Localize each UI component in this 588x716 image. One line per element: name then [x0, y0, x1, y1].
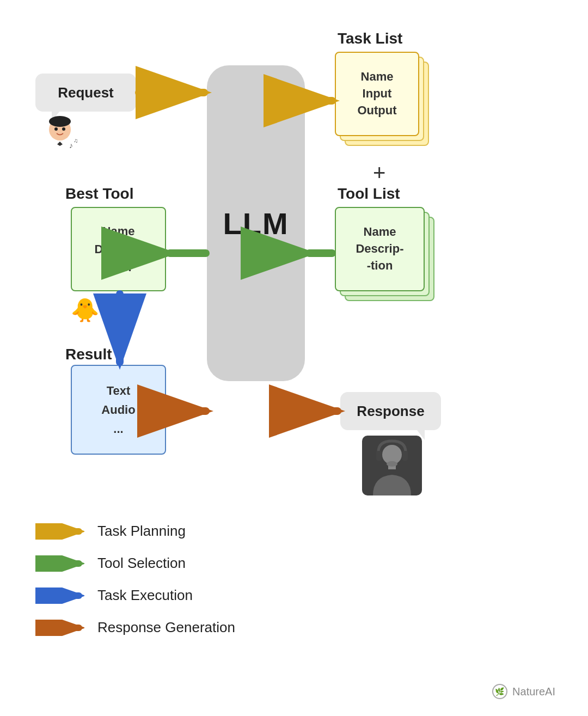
natureai-logo-icon: 🌿 — [492, 683, 508, 700]
svg-text:♪: ♪ — [69, 141, 73, 150]
result-line3: ... — [113, 419, 123, 438]
task-card-line2: Input — [363, 85, 392, 102]
svg-rect-12 — [376, 451, 382, 461]
legend-item-task-planning: Task Planning — [35, 523, 235, 540]
person-icon: ♪ ♫ — [35, 114, 84, 163]
request-bubble: Request — [35, 74, 136, 112]
legend: Task Planning Tool Selection — [35, 523, 235, 636]
task-planning-label: Task Planning — [97, 523, 186, 540]
tool-card-line2: Descrip- — [356, 241, 403, 258]
watermark: 🌿 NatureAI — [492, 683, 555, 700]
tool-card-stack: Name Descrip- -tion — [335, 207, 427, 299]
request-label: Request — [58, 84, 114, 101]
github-icon — [110, 297, 136, 323]
legend-item-tool-selection: Tool Selection — [35, 555, 235, 572]
llm-label: LLM — [223, 206, 289, 241]
diagram-container: LLM Request ♪ ♫ Task List — [0, 0, 588, 716]
task-execution-arrow — [35, 588, 84, 604]
tool-selection-label: Tool Selection — [97, 555, 186, 572]
svg-point-1 — [49, 116, 71, 127]
best-tool-line1: Name — [102, 222, 135, 240]
task-card-line3: Output — [357, 102, 396, 119]
task-list-cards: Name Input Output — [335, 52, 444, 155]
task-card-stack: Name Input Output — [335, 52, 427, 144]
task-execution-label: Task Execution — [97, 587, 193, 604]
result-label: Result — [65, 346, 112, 363]
svg-rect-13 — [402, 451, 408, 461]
result-line2: Audio — [101, 400, 135, 419]
tool-list-cards: Name Descrip- -tion — [335, 207, 444, 316]
svg-point-2 — [54, 127, 58, 131]
plus-sign: + — [373, 161, 385, 185]
tool-card-line3: -tion — [367, 258, 393, 274]
chick-icon: 🐥 — [71, 297, 99, 323]
best-tool-line2: Descrip- — [94, 240, 142, 258]
result-line1: Text — [107, 381, 131, 400]
task-card-front: Name Input Output — [335, 52, 419, 136]
response-generation-arrow — [35, 620, 84, 636]
task-list-label: Task List — [338, 30, 402, 47]
response-bubble: Response — [340, 392, 441, 430]
svg-point-3 — [62, 127, 65, 131]
svg-text:🌿: 🌿 — [495, 687, 505, 696]
tool-card-front: Name Descrip- -tion — [335, 207, 425, 291]
tool-list-label: Tool List — [338, 185, 400, 203]
best-tool-line3: -tion — [106, 258, 132, 276]
response-generation-label: Response Generation — [97, 619, 235, 636]
svg-text:♫: ♫ — [74, 137, 78, 144]
best-tool-card: Name Descrip- -tion — [71, 207, 166, 291]
task-planning-arrow — [35, 523, 84, 540]
headset-person-icon — [362, 436, 422, 495]
tool-selection-arrow — [35, 555, 84, 572]
task-card-line1: Name — [361, 69, 394, 85]
best-tool-label: Best Tool — [65, 185, 133, 203]
response-label: Response — [357, 403, 424, 420]
best-tool-icons: 🐥 — [71, 297, 136, 323]
svg-point-14 — [387, 461, 397, 467]
llm-block: LLM — [207, 65, 305, 381]
tool-card-line1: Name — [364, 224, 396, 241]
legend-item-task-execution: Task Execution — [35, 587, 235, 604]
watermark-text: NatureAI — [512, 686, 555, 698]
result-card: Text Audio ... — [71, 365, 166, 455]
legend-item-response-generation: Response Generation — [35, 619, 235, 636]
